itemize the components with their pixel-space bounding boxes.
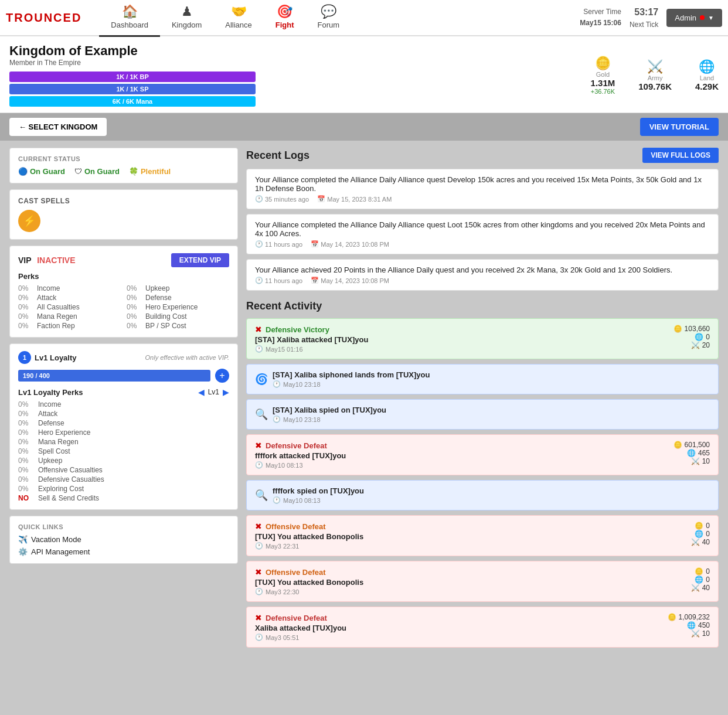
land-icon-act6: 🌐 <box>695 530 703 538</box>
log-date-3: 📅 May 14, 2023 10:08 PM <box>311 277 389 284</box>
activity-type-1: Defensive Victory <box>266 325 329 334</box>
defensive-defeat-icon-2: ✖ <box>255 613 262 622</box>
activity-time-7: May3 22:30 <box>266 588 299 595</box>
perk-defense: 0%Defense <box>127 294 229 302</box>
current-status-card: CURRENT STATUS 🔵 On Guard 🛡 On Guard 🍀 P… <box>9 148 238 183</box>
clock-act-7: 🕐 <box>255 588 263 595</box>
admin-button[interactable]: Admin ▼ <box>666 9 722 27</box>
lp-attack: 0%Attack <box>18 410 229 418</box>
admin-dot-icon <box>700 15 705 20</box>
gold-icon-act6: 🪙 <box>695 522 703 530</box>
activity-entry-2: 🌀 [STA] Xaliba siphoned lands from [TUX]… <box>246 364 719 394</box>
api-label: API Management <box>31 547 90 556</box>
recent-logs-section: Recent Logs VIEW FULL LOGS Your Alliance… <box>246 148 719 291</box>
clock-icon-3: 🕐 <box>255 277 263 284</box>
nav-bar: 🏠 Dashboard ♟ Kingdom 🤝 Alliance 🎯 Fight… <box>99 0 351 37</box>
calendar-icon-2: 📅 <box>311 240 319 248</box>
quick-links-title: QUICK LINKS <box>18 523 229 530</box>
activity-time-6: May3 22:31 <box>266 543 299 550</box>
defensive-victory-icon: ✖ <box>255 325 262 334</box>
vip-card: VIP INACTIVE EXTEND VIP Perks 0%Income 0… <box>9 246 238 338</box>
vacation-label: Vacation Mode <box>31 535 81 544</box>
activity-type-7: Offensive Defeat <box>266 568 326 577</box>
lp-spell-cost: 0%Spell Cost <box>18 447 229 455</box>
soldier-icon-act1: ⚔️ <box>691 341 700 349</box>
spell-icon[interactable]: ⚡ <box>18 210 40 232</box>
nav-fight[interactable]: 🎯 Fight <box>264 0 306 37</box>
forum-icon: 💬 <box>321 4 336 19</box>
vacation-mode-link[interactable]: ✈️ Vacation Mode <box>18 535 229 544</box>
clock-act-1: 🕐 <box>255 345 263 353</box>
vip-status: INACTIVE <box>37 256 75 265</box>
land-icon-act8: 🌐 <box>687 621 696 629</box>
kingdom-icon: ♟ <box>181 4 193 19</box>
loyalty-prev-arrow[interactable]: ◀ <box>198 387 205 397</box>
army-resource: ⚔️ Army 109.76K <box>638 59 672 91</box>
loyalty-title: Lv1 Loyalty <box>35 353 77 362</box>
perk-mana-regen: 0%Mana Regen <box>18 312 121 321</box>
activity-entry-1: ✖ Defensive Victory [STA] Xaliba attacke… <box>246 318 719 359</box>
log-text-1: Your Alliance completed the Alliance Dai… <box>255 175 710 193</box>
loyalty-add-button[interactable]: + <box>215 369 229 383</box>
soldier-icon-act6: ⚔️ <box>691 538 700 546</box>
nav-kingdom[interactable]: ♟ Kingdom <box>160 0 213 37</box>
nav-alliance[interactable]: 🤝 Alliance <box>213 0 264 37</box>
log-text-2: Your Alliance completed the Alliance Dai… <box>255 220 710 238</box>
select-kingdom-button[interactable]: ← SELECT KINGDOM <box>9 118 107 136</box>
land-label: Land <box>700 74 714 81</box>
land-resource: 🌐 Land 4.29K <box>695 59 719 91</box>
soldier-icon-act8: ⚔️ <box>691 629 700 638</box>
activity-entry-4: ✖ Defensive Defeat ffffork attacked [TUX… <box>246 434 719 475</box>
loyalty-next-arrow[interactable]: ▶ <box>223 387 229 397</box>
activity-type-8: Defensive Defeat <box>266 614 327 622</box>
nav-dashboard[interactable]: 🏠 Dashboard <box>99 0 160 37</box>
calendar-icon-1: 📅 <box>317 195 325 203</box>
dashboard-icon: 🏠 <box>122 4 138 19</box>
activity-time-4: May10 08:13 <box>266 462 303 469</box>
lp-defensive-casualties: 0%Defensive Casualties <box>18 475 229 484</box>
activity-time-3: May10 23:18 <box>283 416 321 423</box>
loyalty-level-label: Lv1 <box>208 388 219 396</box>
gold-delta: +36.76K <box>591 88 615 95</box>
api-management-link[interactable]: ⚙️ API Management <box>18 547 229 556</box>
activity-time-2: May10 23:18 <box>283 381 321 388</box>
lp-upkeep: 0%Upkeep <box>18 457 229 465</box>
land-icon-act7: 🌐 <box>695 576 703 584</box>
activity-entry-6: ✖ Offensive Defeat [TUX] You attacked Bo… <box>246 515 719 556</box>
lp-hero-experience: 0%Hero Experience <box>18 428 229 437</box>
land-value: 4.29K <box>695 81 719 91</box>
fight-icon: 🎯 <box>277 4 292 19</box>
cast-spells-card: CAST SPELLS ⚡ <box>9 189 238 240</box>
gold-label: Gold <box>596 71 610 78</box>
log-time-icon-1: 🕐 35 minutes ago <box>255 195 309 203</box>
nav-forum[interactable]: 💬 Forum <box>306 0 352 37</box>
loyalty-perk-nav-title: Lv1 Loyalty Perks <box>18 388 83 397</box>
activity-name-2: [STA] Xaliba siphoned lands from [TUX]yo… <box>273 370 430 379</box>
activity-entry-5: 🔍 ffffork spied on [TUX]you 🕐 May10 08:1… <box>246 480 719 510</box>
quick-links-card: QUICK LINKS ✈️ Vacation Mode ⚙️ API Mana… <box>9 516 238 564</box>
activity-name-4: ffffork attacked [TUX]you <box>255 451 673 460</box>
mana-bar: 6K / 6K Mana <box>9 96 256 107</box>
log-entry-3: Your Alliance achieved 20 Points in the … <box>246 259 719 291</box>
calendar-icon-3: 📅 <box>311 277 319 284</box>
activity-entry-3: 🔍 [STA] Xaliba spied on [TUX]you 🕐 May10… <box>246 399 719 430</box>
status-label-1: On Guard <box>30 167 65 176</box>
view-full-logs-button[interactable]: VIEW FULL LOGS <box>642 148 719 163</box>
status-item-2: 🛡 On Guard <box>74 167 120 176</box>
army-label: Army <box>648 74 663 81</box>
clock-act-5: 🕐 <box>273 496 281 504</box>
loyalty-card: 1 Lv1 Loyalty Only effective with active… <box>9 343 238 510</box>
server-time: Server Time May15 15:06 <box>580 6 621 29</box>
perks-title: Perks <box>18 272 229 281</box>
soldier-icon-act7: ⚔️ <box>691 584 700 592</box>
extend-vip-button[interactable]: EXTEND VIP <box>171 253 229 267</box>
log-time-3: 🕐 11 hours ago <box>255 277 302 284</box>
land-icon-act4: 🌐 <box>687 449 696 457</box>
loyalty-progress-text: 190 / 400 <box>23 372 50 379</box>
gold-icon: 🪙 <box>595 56 611 71</box>
perk-income: 0%Income <box>18 284 121 292</box>
sp-bar: 1K / 1K SP <box>9 84 256 94</box>
activity-name-7: [TUX] You attacked Bonopolis <box>255 578 691 587</box>
gold-icon-act8: 🪙 <box>668 613 676 621</box>
view-tutorial-button[interactable]: VIEW TUTORIAL <box>640 118 719 136</box>
